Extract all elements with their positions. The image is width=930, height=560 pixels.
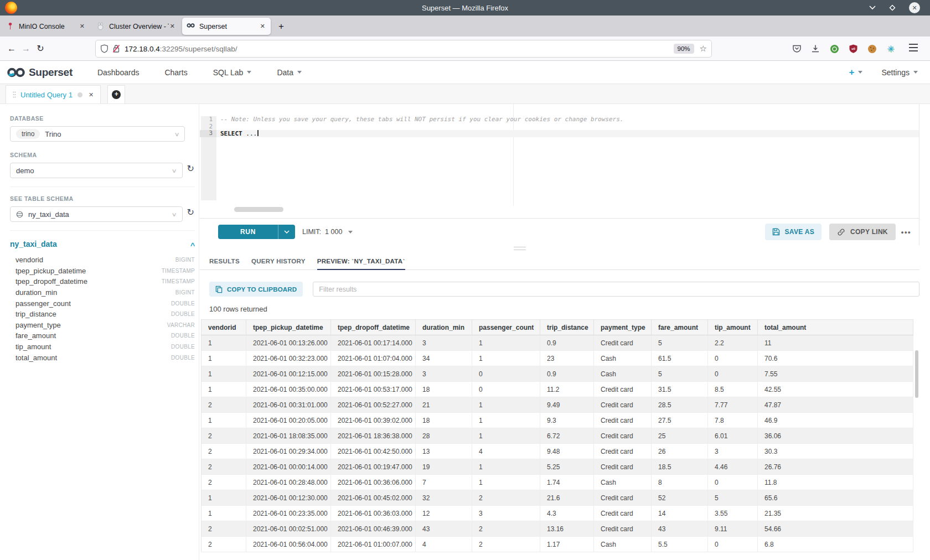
browser-urlbar: ← → ↻ 172.18.0.4:32295/superset/sqllab/ …	[0, 37, 930, 61]
browser-tab-label: Superset	[199, 23, 259, 30]
copy-to-clipboard-button[interactable]: COPY TO CLIPBOARD	[209, 282, 303, 297]
run-button[interactable]: RUN	[218, 225, 278, 239]
column-name: passenger_count	[10, 299, 71, 308]
bookmark-star-icon[interactable]: ☆	[700, 44, 707, 54]
chevron-up-icon[interactable]: ∧	[189, 241, 196, 248]
editor-hscrollbar[interactable]	[234, 207, 283, 212]
copy-link-button[interactable]: COPY LINK	[829, 224, 896, 240]
tab-preview[interactable]: PREVIEW: `NY_TAXI_DATA`	[317, 258, 405, 269]
table-header-cell[interactable]: tpep_pickup_datetime	[246, 320, 331, 335]
forward-button[interactable]: →	[19, 44, 33, 54]
cell-passengers: 1	[472, 428, 540, 444]
table-header-cell[interactable]: vendorid	[202, 320, 246, 335]
settings-menu[interactable]: Settings	[881, 68, 918, 77]
cell-vendorid: 1	[202, 506, 246, 521]
new-query-tab-button[interactable]: +	[107, 85, 125, 103]
tab-close-icon[interactable]: ✕	[79, 23, 86, 30]
cookie-icon[interactable]	[867, 44, 877, 54]
cell-vendorid: 1	[202, 490, 246, 506]
table-header-cell[interactable]: duration_min	[416, 320, 472, 335]
results-vscrollbar[interactable]	[915, 350, 918, 398]
editor-line: 2	[200, 123, 919, 131]
editor-toolbar: RUN LIMIT: 1 000 SAVE AS	[200, 219, 919, 245]
table-row: 2 2021-06-01 00:29:34.000 2021-06-01 00:…	[202, 444, 913, 459]
table-header-cell[interactable]: trip_distance	[540, 320, 594, 335]
column-type: BIGINT	[175, 257, 195, 263]
cell-dropoff: 2021-06-01 18:36:38.000	[331, 428, 416, 444]
cell-vendorid: 2	[202, 397, 246, 413]
cell-payment: Credit card	[594, 506, 652, 521]
cell-total: 30.3	[758, 444, 913, 459]
table-header-cell[interactable]: payment_type	[594, 320, 652, 335]
back-button[interactable]: ←	[4, 44, 19, 54]
superset-brand[interactable]: Superset	[7, 66, 73, 79]
more-options-button[interactable]: •••	[901, 228, 911, 236]
table-header-cell[interactable]: tpep_dropoff_datetime	[331, 320, 416, 335]
browser-tab-minio[interactable]: MinIO Console ✕	[2, 18, 90, 35]
nav-item-data[interactable]: Data	[264, 68, 314, 77]
editor-line-active: 3SELECT ...	[200, 130, 919, 137]
table-header-row: vendoridtpep_pickup_datetimetpep_dropoff…	[202, 320, 913, 335]
cell-distance: 5.25	[540, 459, 594, 475]
browser-tab-trino[interactable]: Cluster Overview - Trino ✕	[92, 18, 180, 35]
nav-item-charts[interactable]: Charts	[152, 68, 200, 77]
table-header-cell[interactable]: fare_amount	[652, 320, 708, 335]
filter-results-input[interactable]	[313, 282, 919, 297]
query-tab-active[interactable]: Untitled Query 1 ✕	[6, 85, 101, 103]
shield-icon[interactable]	[100, 44, 108, 53]
refresh-table-icon[interactable]: ↻	[187, 207, 194, 217]
nav-item-sql-lab[interactable]: SQL Lab	[200, 68, 265, 77]
cell-tip: 0	[708, 475, 758, 490]
table-header-cell[interactable]: tip_amount	[708, 320, 758, 335]
column-type: TIMESTAMP	[162, 268, 195, 274]
refresh-schema-icon[interactable]: ↻	[187, 163, 194, 174]
table-header-cell[interactable]: passenger_count	[472, 320, 540, 335]
cell-tip: 3.55	[708, 506, 758, 521]
reload-button[interactable]: ↻	[33, 43, 48, 54]
tab-results[interactable]: RESULTS	[209, 258, 240, 269]
nav-item-dashboards[interactable]: Dashboards	[85, 68, 152, 77]
tab-query-history[interactable]: QUERY HISTORY	[251, 258, 306, 269]
window-close-icon[interactable]: ✕	[909, 2, 920, 13]
cell-payment: Credit card	[594, 490, 652, 506]
cell-pickup: 2021-06-01 00:20:05.000	[246, 413, 331, 428]
url-field[interactable]: 172.18.0.4:32295/superset/sqllab/ 90% ☆	[96, 40, 711, 57]
extension-sparkle-icon[interactable]: ✳	[886, 44, 896, 54]
add-new-button[interactable]: +	[849, 67, 862, 78]
limit-dropdown[interactable]: LIMIT: 1 000	[302, 228, 353, 236]
cell-passengers: 1	[472, 413, 540, 428]
browser-tab-superset[interactable]: Superset ✕	[182, 18, 271, 35]
menu-hamburger-icon[interactable]	[909, 44, 918, 51]
cell-fare: 5	[652, 366, 708, 382]
cell-pickup: 2021-06-01 00:00:14.000	[246, 459, 331, 475]
sql-editor[interactable]: 1-- Note: Unless you save your query, th…	[200, 104, 919, 219]
database-select[interactable]: trino Trino ∨	[10, 126, 185, 142]
superset-navbar: Superset Dashboards Charts SQL Lab Data …	[0, 61, 930, 84]
new-tab-button[interactable]: +	[274, 19, 288, 34]
resize-handle-icon[interactable]	[514, 247, 526, 250]
table-header-cell[interactable]: total_amount	[758, 320, 913, 335]
table-select[interactable]: ny_taxi_data ∨	[10, 206, 183, 222]
trino-rabbit-icon	[96, 22, 105, 30]
cell-dropoff: 2021-06-01 01:00:07.000	[331, 537, 416, 552]
cell-fare: 27.5	[652, 413, 708, 428]
window-maximize-icon[interactable]	[889, 4, 896, 11]
tab-close-icon[interactable]: ✕	[169, 23, 176, 30]
cell-tip: 7.8	[708, 413, 758, 428]
tab-close-icon[interactable]: ✕	[259, 23, 266, 30]
table-name-heading[interactable]: ny_taxi_data	[10, 240, 57, 248]
close-icon[interactable]: ✕	[89, 91, 94, 98]
downloads-icon[interactable]	[810, 44, 820, 54]
cell-duration: 4	[416, 537, 472, 552]
zoom-level-badge[interactable]: 90%	[674, 44, 694, 54]
extension-green-icon[interactable]	[829, 44, 839, 54]
window-minimize-icon[interactable]	[869, 6, 876, 10]
table-row: 1 2021-06-01 00:12:30.000 2021-06-01 00:…	[202, 490, 913, 506]
save-as-button[interactable]: SAVE AS	[765, 224, 822, 240]
cell-passengers: 2	[472, 490, 540, 506]
lock-insecure-icon[interactable]	[112, 44, 120, 53]
ublock-shield-icon[interactable]: u0	[848, 44, 858, 54]
run-options-button[interactable]	[278, 225, 295, 239]
pocket-icon[interactable]	[792, 44, 802, 54]
schema-select[interactable]: demo ∨	[10, 163, 183, 178]
